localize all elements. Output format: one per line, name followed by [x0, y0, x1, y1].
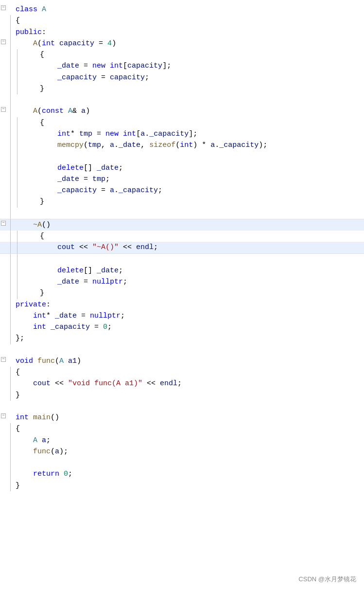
code-line: − A ( int capacity = 4 )	[0, 38, 364, 49]
fold-indicator[interactable]: −	[0, 4, 7, 15]
line-content: cout << "void func(A a1)" << endl ;	[14, 378, 364, 389]
vline	[7, 378, 14, 389]
code-container: − class A { public : − A	[0, 0, 364, 590]
fold-indicator[interactable]: −	[0, 356, 7, 367]
keyword: nullptr	[92, 276, 123, 287]
text: ;	[154, 242, 158, 253]
code-line	[0, 208, 364, 219]
class-name: A	[33, 435, 37, 446]
vline	[7, 333, 14, 344]
text: ()	[51, 412, 59, 423]
text	[16, 310, 33, 322]
text: &	[72, 106, 81, 117]
identifier: cout	[57, 242, 75, 253]
line-content: public :	[14, 27, 364, 38]
keyword: return	[33, 468, 59, 480]
fold-box[interactable]: −	[1, 413, 6, 418]
line-content: func ( a );	[14, 446, 364, 457]
fold-indicator	[0, 128, 7, 140]
fold-box[interactable]: −	[1, 5, 6, 10]
text	[22, 276, 57, 287]
text: }	[16, 480, 20, 491]
fn-name: sizeof	[149, 140, 175, 151]
vline	[7, 196, 14, 207]
text	[33, 356, 37, 367]
text	[16, 219, 33, 231]
text	[16, 38, 33, 49]
fold-box[interactable]: −	[1, 107, 6, 112]
text	[59, 468, 64, 480]
fold-indicator	[0, 185, 7, 196]
param: a	[110, 185, 114, 196]
code-line-highlighted: − ~A ()	[0, 219, 364, 231]
keyword: private	[16, 299, 46, 310]
text: )	[86, 106, 90, 117]
identifier: _date	[119, 140, 140, 151]
text	[55, 38, 59, 49]
code-line	[0, 457, 364, 468]
text: ;	[123, 276, 127, 287]
code-line	[0, 344, 364, 356]
fold-indicator	[0, 457, 7, 468]
text: );	[59, 446, 68, 457]
text: (	[51, 446, 55, 457]
text	[105, 60, 110, 72]
vline2	[14, 185, 20, 196]
text: ;	[119, 162, 123, 174]
line-content: class A	[14, 4, 364, 15]
fold-indicator	[0, 27, 7, 38]
code-line: − class A	[0, 4, 364, 15]
code-line: {	[0, 49, 364, 60]
fold-indicator	[0, 446, 7, 457]
vline	[7, 185, 14, 196]
text: .	[114, 185, 119, 196]
identifier: _date	[97, 265, 119, 276]
text: }	[22, 287, 44, 299]
code-line: delete [] _date ;	[0, 162, 364, 174]
line-content: int * _date = nullptr ;	[14, 310, 364, 322]
fold-indicator[interactable]: −	[0, 219, 7, 231]
text	[16, 106, 33, 117]
text	[16, 94, 20, 106]
fold-box[interactable]: −	[1, 39, 6, 44]
line-content: void func ( A a1 )	[14, 356, 364, 367]
fold-box[interactable]: −	[1, 221, 6, 226]
fold-indicator[interactable]: −	[0, 38, 7, 49]
line-content: {	[14, 15, 364, 26]
line-content: delete [] _date ;	[20, 162, 364, 174]
keyword: nullptr	[90, 310, 121, 322]
text	[64, 356, 68, 367]
fold-indicator	[0, 378, 7, 389]
string: "~A()"	[92, 242, 119, 253]
param: capacity	[127, 60, 162, 72]
line-content: memcpy ( tmp , a . _date , sizeof ( int …	[20, 140, 364, 151]
code-line: {	[0, 15, 364, 26]
fold-indicator[interactable]: −	[0, 106, 7, 117]
fold-indicator	[0, 140, 7, 151]
fold-indicator	[0, 60, 7, 72]
text: =	[90, 322, 103, 333]
class-name: A	[42, 4, 46, 15]
text	[16, 457, 20, 468]
text: .	[114, 140, 119, 151]
text: .	[145, 128, 149, 140]
fold-indicator	[0, 231, 7, 242]
line-content: {	[14, 367, 364, 378]
fold-indicator	[0, 208, 7, 219]
code-line: }	[0, 390, 364, 401]
code-line: memcpy ( tmp , a . _date , sizeof ( int …	[0, 140, 364, 151]
code-line: {	[0, 117, 364, 128]
text: ;	[68, 468, 72, 480]
line-content: A a ;	[14, 435, 364, 446]
code-line: return 0 ;	[0, 468, 364, 480]
line-content: }	[20, 83, 364, 94]
fold-box[interactable]: −	[1, 357, 6, 362]
keyword: new	[105, 128, 119, 140]
line-content: {	[20, 231, 364, 242]
text: ) *	[193, 140, 210, 151]
vline	[7, 27, 14, 38]
line-content	[20, 254, 364, 265]
identifier: endl	[136, 242, 154, 253]
line-content	[20, 151, 364, 162]
fold-indicator[interactable]: −	[0, 412, 7, 423]
